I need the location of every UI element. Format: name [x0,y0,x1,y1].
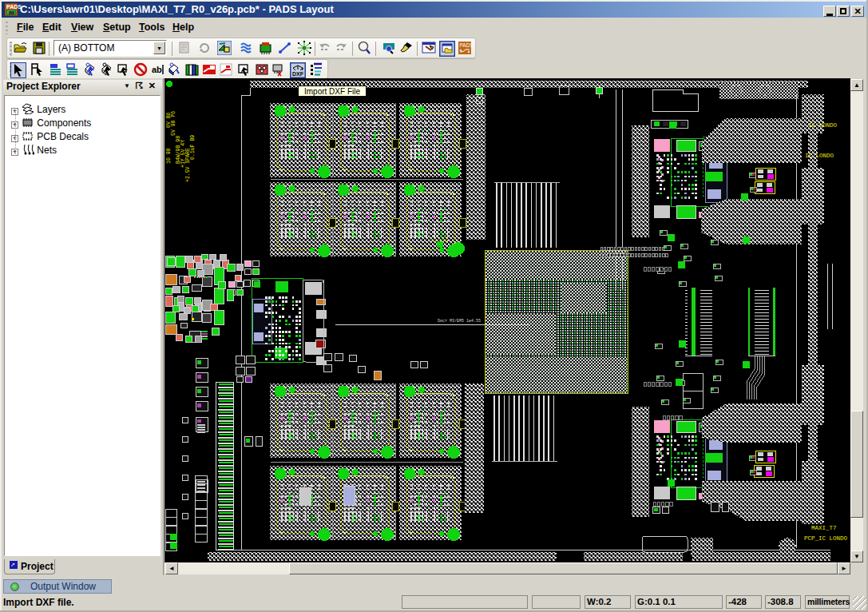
svg-text:MAXI_T7: MAXI_T7 [811,525,837,531]
svg-text:ab: ab [152,65,162,74]
svg-text:10 98: 10 98 [166,148,172,164]
svg-text:DXF: DXF [292,71,304,77]
svg-text:Dист M3/EM5 1w4.55: Dист M3/EM5 1w4.55 [438,319,481,324]
svg-text:0.1uF B9: 0.1uF B9 [190,135,196,160]
svg-text:IC LONDO: IC LONDO [808,122,838,129]
svg-text:IC LONDO: IC LONDO [805,153,834,159]
svg-text:PCP_IC LONDO: PCP_IC LONDO [804,535,848,542]
svg-text:PADS: PADS [460,42,473,48]
svg-text:5V 98 P6: 5V 98 P6 [171,111,176,136]
